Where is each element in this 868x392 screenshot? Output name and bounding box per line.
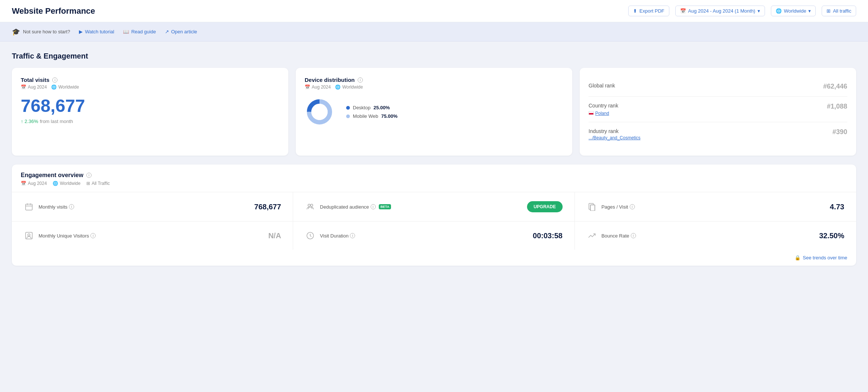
global-rank-label: Global rank xyxy=(589,83,615,89)
svg-point-2 xyxy=(311,104,328,120)
monthly-visits-info[interactable]: i xyxy=(69,204,74,209)
engagement-region: 🌐 Worldwide xyxy=(53,181,80,186)
engagement-info-icon[interactable]: i xyxy=(86,173,92,178)
cal-icon: 📅 xyxy=(21,181,26,186)
lock-icon: 🔒 xyxy=(795,255,801,260)
watch-tutorial-link[interactable]: ▶ Watch tutorial xyxy=(79,29,114,34)
svg-rect-10 xyxy=(590,205,595,211)
monthly-visits-label: Monthly visits i xyxy=(39,204,74,210)
book-icon: 📖 xyxy=(123,29,129,34)
pages-visit-label: Pages / Visit i xyxy=(602,204,635,210)
pages-icon xyxy=(587,202,597,212)
device-date: 📅 Aug 2024 xyxy=(305,84,331,90)
traffic-icon: ⊞ xyxy=(826,8,831,14)
people-icon xyxy=(305,202,315,212)
unique-left: Monthly Unique Visitors i xyxy=(24,230,96,241)
bounce-left: Bounce Rate i xyxy=(587,230,636,241)
traffic-dropdown[interactable]: ⊞ All traffic xyxy=(822,6,856,16)
export-pdf-button[interactable]: ⬆ Export PDF xyxy=(628,6,669,16)
total-visits-header: Total visits i 📅 Aug 2024 🌐 Worldwide xyxy=(21,77,279,90)
engagement-header: Engagement overview i 📅 Aug 2024 🌐 World… xyxy=(12,165,856,192)
svg-rect-3 xyxy=(26,204,32,210)
pages-visit-value: 4.73 xyxy=(830,203,844,211)
device-meta: 📅 Aug 2024 🌐 Worldwide xyxy=(305,84,563,90)
global-rank-item: Global rank #62,446 xyxy=(589,77,847,97)
bounce-rate-value: 32.50% xyxy=(819,232,844,240)
dedup-label: Deduplicated audience i BETA xyxy=(320,204,391,210)
industry-rank-value: #390 xyxy=(832,128,847,136)
header-controls: ⬆ Export PDF 📅 Aug 2024 - Aug 2024 (1 Mo… xyxy=(628,6,856,16)
country-rank-item: Country rank Poland #1,088 xyxy=(589,97,847,122)
monthly-visits-value: 768,677 xyxy=(254,203,281,211)
svg-point-8 xyxy=(311,204,313,206)
total-visits-date: 📅 Aug 2024 xyxy=(21,84,47,90)
device-title: Device distribution xyxy=(305,77,355,83)
global-rank-value: #62,446 xyxy=(823,83,847,90)
donut-chart xyxy=(305,97,334,127)
desktop-dot xyxy=(346,106,350,110)
globe-icon: 🌐 xyxy=(53,181,58,186)
date-range-dropdown[interactable]: 📅 Aug 2024 - Aug 2024 (1 Month) ▾ xyxy=(675,6,765,16)
export-icon: ⬆ xyxy=(633,8,637,14)
cal-icon: 📅 xyxy=(21,84,26,90)
engagement-date: 📅 Aug 2024 xyxy=(21,181,47,186)
country-rank-link[interactable]: Poland xyxy=(595,111,609,116)
dedup-info[interactable]: i xyxy=(371,204,376,209)
open-article-link[interactable]: ↗ Open article xyxy=(165,29,197,34)
change-value: 2.36% xyxy=(21,119,38,124)
calendar-icon: 📅 xyxy=(680,8,686,14)
monthly-visits-cell: Monthly visits i 768,677 xyxy=(12,192,293,221)
visit-duration-cell: Visit Duration i 00:03:58 xyxy=(293,222,574,250)
read-guide-link[interactable]: 📖 Read guide xyxy=(123,29,156,34)
hat-icon: 🎓 xyxy=(12,28,20,36)
total-visits-region: 🌐 Worldwide xyxy=(51,84,79,90)
page-title: Website Performance xyxy=(12,6,95,16)
total-visits-value: 768,677 xyxy=(21,97,279,115)
duration-left: Visit Duration i xyxy=(305,230,355,241)
calendar-icon xyxy=(24,202,34,212)
globe-icon: 🌐 xyxy=(51,84,57,90)
pages-info[interactable]: i xyxy=(630,204,635,209)
country-rank-value: #1,088 xyxy=(827,103,847,110)
traffic-icon: ⊞ xyxy=(86,181,90,186)
video-icon: ▶ xyxy=(79,29,83,34)
metrics-grid-row1: Monthly visits i 768,677 xyxy=(12,192,856,222)
industry-rank-label: Industry rank xyxy=(589,128,640,134)
device-legend: Desktop 25.00% Mobile Web 75.00% xyxy=(346,105,398,119)
rank-card: Global rank #62,446 Country rank Poland … xyxy=(580,68,856,156)
engagement-traffic: ⊞ All Traffic xyxy=(86,181,110,186)
chevron-down-icon: ▾ xyxy=(808,8,811,14)
device-region: 🌐 Worldwide xyxy=(335,84,363,90)
device-info-icon[interactable]: i xyxy=(358,77,363,83)
globe-icon: 🌐 xyxy=(335,84,341,90)
unique-info[interactable]: i xyxy=(90,233,96,238)
total-visits-card: Total visits i 📅 Aug 2024 🌐 Worldwide 76… xyxy=(12,68,288,156)
upgrade-button[interactable]: UPGRADE xyxy=(527,201,563,212)
engagement-card: Engagement overview i 📅 Aug 2024 🌐 World… xyxy=(12,165,856,266)
engagement-meta: 📅 Aug 2024 🌐 Worldwide ⊞ All Traffic xyxy=(21,181,847,186)
bounce-info[interactable]: i xyxy=(631,233,636,238)
monthly-visits-left: Monthly visits i xyxy=(24,202,74,212)
device-distribution-card: Device distribution i 📅 Aug 2024 🌐 World… xyxy=(296,68,572,156)
mobile-legend-item: Mobile Web 75.00% xyxy=(346,113,398,119)
see-trends-link[interactable]: 🔒 See trends over time xyxy=(795,255,847,260)
region-dropdown[interactable]: 🌐 Worldwide ▾ xyxy=(771,6,816,16)
svg-point-13 xyxy=(28,234,30,236)
main-content: Traffic & Engagement Total visits i 📅 Au… xyxy=(0,41,868,276)
metrics-grid-row2: Monthly Unique Visitors i N/A xyxy=(12,222,856,250)
clock-icon xyxy=(305,230,315,241)
cal-icon: 📅 xyxy=(305,84,310,90)
pages-visit-cell: Pages / Visit i 4.73 xyxy=(575,192,856,221)
tutorial-hint: 🎓 Not sure how to start? xyxy=(12,28,70,36)
poland-flag xyxy=(589,111,594,115)
total-visits-info-icon[interactable]: i xyxy=(52,77,57,83)
change-suffix: from last month xyxy=(40,119,73,124)
trends-footer: 🔒 See trends over time xyxy=(12,250,856,266)
total-visits-change: 2.36% from last month xyxy=(21,118,279,124)
unique-visitors-label: Monthly Unique Visitors i xyxy=(39,233,96,239)
device-content: Desktop 25.00% Mobile Web 75.00% xyxy=(305,97,563,127)
industry-rank-link[interactable]: .../Beauty_and_Cosmetics xyxy=(589,135,640,140)
cards-row: Total visits i 📅 Aug 2024 🌐 Worldwide 76… xyxy=(12,68,856,156)
duration-info[interactable]: i xyxy=(350,233,355,238)
bounce-rate-cell: Bounce Rate i 32.50% xyxy=(575,222,856,250)
